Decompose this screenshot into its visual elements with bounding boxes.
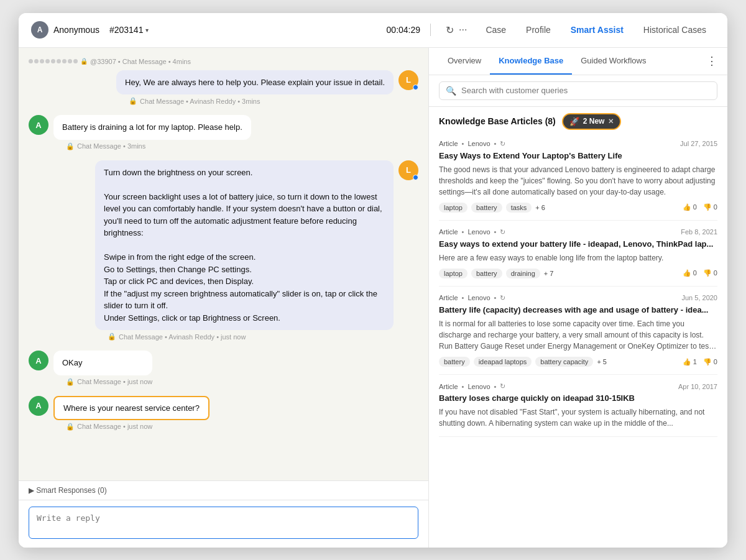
search-icon: 🔍 bbox=[446, 86, 456, 96]
tab-profile[interactable]: Profile bbox=[517, 20, 560, 40]
message-bubble: OKay bbox=[53, 351, 152, 375]
close-icon[interactable]: ✕ bbox=[608, 117, 614, 126]
tag[interactable]: draining bbox=[506, 269, 540, 278]
highlighted-message: Where is your nearest service center? bbox=[53, 396, 210, 420]
more-icon[interactable]: ··· bbox=[459, 24, 467, 35]
article-title: Easy Ways to Extend Your Laptop's Batter… bbox=[439, 150, 717, 162]
tag[interactable]: battery bbox=[439, 357, 470, 367]
message-bubble: Turn down the brightness on your screen.… bbox=[95, 160, 394, 331]
article-card[interactable]: Article • Lenovo • ↻ Jun 5, 2020 Battery… bbox=[439, 287, 717, 375]
tab-knowledge-base[interactable]: Knowledge Base bbox=[490, 48, 572, 75]
message-meta: 🔒 Chat Message • Avinash Reddy • 3mins bbox=[111, 97, 398, 105]
message-meta: 🔒 Chat Message • just now bbox=[48, 378, 157, 386]
case-number[interactable]: #203141 ▾ bbox=[109, 25, 149, 35]
main-content: 🔒 @33907 • Chat Message • 4mins L Hey, W… bbox=[19, 48, 727, 548]
tab-historical-cases[interactable]: Historical Cases bbox=[635, 20, 715, 40]
refresh-icon[interactable]: ↻ bbox=[500, 294, 505, 302]
new-badge-label: 2 New bbox=[583, 117, 605, 126]
avatar: A bbox=[29, 396, 48, 416]
article-votes: 👍 0 👎 0 bbox=[683, 269, 717, 277]
tags-row: laptop battery draining + 7 👍 0 👎 0 bbox=[439, 269, 717, 278]
kb-title: Knowledge Base Articles (8) bbox=[439, 116, 556, 126]
tag[interactable]: tasks bbox=[506, 203, 532, 213]
article-card[interactable]: Article • Lenovo • ↻ Jul 27, 2015 Easy W… bbox=[439, 132, 717, 221]
message-bubble: Hey, We are always here to help you. Ple… bbox=[116, 70, 394, 95]
reply-box bbox=[19, 500, 428, 548]
avatar: L bbox=[398, 160, 418, 180]
tab-smart-assist[interactable]: Smart Assist bbox=[562, 20, 632, 40]
tab-overview[interactable]: Overview bbox=[439, 48, 490, 75]
tag-more: + 5 bbox=[597, 358, 607, 365]
articles-list: Article • Lenovo • ↻ Jul 27, 2015 Easy W… bbox=[429, 132, 727, 548]
first-meta-text: @33907 • Chat Message • 4mins bbox=[90, 58, 191, 65]
article-desc: It is normal for all batteries to lose s… bbox=[439, 318, 717, 352]
search-input[interactable] bbox=[461, 86, 711, 95]
upvote[interactable]: 👍 1 bbox=[683, 358, 697, 366]
search-bar: 🔍 bbox=[439, 81, 717, 100]
upvote[interactable]: 👍 0 bbox=[683, 203, 697, 211]
article-meta: Article • Lenovo • ↻ Jun 5, 2020 bbox=[439, 294, 717, 302]
message-meta: 🔒 Chat Message • 3mins bbox=[48, 142, 256, 150]
top-header: A Anonymous #203141 ▾ 00:04:29 ↻ ··· Cas… bbox=[19, 13, 727, 48]
msg-row: A OKay 🔒 Chat Message • just now bbox=[29, 351, 418, 386]
smart-responses[interactable]: ▶ Smart Responses (0) bbox=[19, 480, 428, 500]
tag[interactable]: laptop bbox=[439, 269, 467, 278]
message-meta: 🔒 Chat Message • just now bbox=[48, 423, 214, 431]
user-avatar: A bbox=[31, 21, 48, 39]
tag[interactable]: laptop bbox=[439, 203, 467, 213]
avatar: A bbox=[29, 351, 48, 370]
kb-header: Knowledge Base Articles (8) 🚀 2 New ✕ bbox=[429, 107, 727, 132]
lock-icon: 🔒 bbox=[129, 97, 137, 105]
downvote[interactable]: 👎 0 bbox=[703, 269, 717, 277]
message-meta: 🔒 Chat Message • Avinash Reddy • just no… bbox=[90, 333, 398, 341]
new-badge[interactable]: 🚀 2 New ✕ bbox=[562, 113, 622, 130]
article-title: Battery life (capacity) decreases with a… bbox=[439, 305, 717, 316]
divider bbox=[430, 24, 431, 36]
tags-row: battery ideapad laptops battery capacity… bbox=[439, 357, 717, 367]
msg-row: A Where is your nearest service center? … bbox=[29, 396, 418, 431]
lock-icon: 🔒 bbox=[66, 142, 75, 150]
article-card[interactable]: Article • Lenovo • ↻ Feb 8, 2021 Easy wa… bbox=[439, 221, 717, 287]
tag[interactable]: battery bbox=[471, 269, 502, 278]
chat-messages: 🔒 @33907 • Chat Message • 4mins L Hey, W… bbox=[19, 48, 428, 480]
tag[interactable]: battery bbox=[471, 203, 502, 213]
more-options-icon[interactable]: ⋮ bbox=[706, 54, 717, 68]
downvote[interactable]: 👎 0 bbox=[703, 358, 717, 366]
tag[interactable]: ideapad laptops bbox=[474, 357, 532, 367]
downvote[interactable]: 👎 0 bbox=[703, 203, 717, 211]
reply-input[interactable] bbox=[29, 507, 418, 539]
message-bubble: Battery is draining a lot for my laptop.… bbox=[53, 115, 251, 140]
chat-panel: 🔒 @33907 • Chat Message • 4mins L Hey, W… bbox=[19, 48, 429, 548]
article-title: Easy ways to extend your battery life - … bbox=[439, 239, 717, 250]
article-card[interactable]: Article • Lenovo • ↻ Apr 10, 2017 Batter… bbox=[439, 375, 717, 437]
user-name: Anonymous bbox=[53, 25, 99, 35]
tag-more: + 6 bbox=[535, 204, 545, 211]
tab-case[interactable]: Case bbox=[477, 20, 515, 40]
refresh-icon[interactable]: ↻ bbox=[500, 140, 505, 148]
article-votes: 👍 0 👎 0 bbox=[683, 203, 717, 211]
avatar: L bbox=[398, 70, 418, 90]
article-meta: Article • Lenovo • ↻ Jul 27, 2015 bbox=[439, 140, 717, 148]
tag-more: + 7 bbox=[544, 270, 554, 277]
article-votes: 👍 1 👎 0 bbox=[683, 358, 717, 366]
refresh-icon[interactable]: ↻ bbox=[500, 228, 505, 236]
article-meta: Article • Lenovo • ↻ Apr 10, 2017 bbox=[439, 382, 717, 390]
first-meta: 🔒 @33907 • Chat Message • 4mins bbox=[29, 58, 418, 65]
tags-row: laptop battery tasks + 6 👍 0 👎 0 bbox=[439, 203, 717, 213]
article-meta: Article • Lenovo • ↻ Feb 8, 2021 bbox=[439, 228, 717, 236]
msg-row: L Turn down the brightness on your scree… bbox=[29, 160, 418, 341]
upvote[interactable]: 👍 0 bbox=[683, 269, 697, 277]
msg-row: A Battery is draining a lot for my lapto… bbox=[29, 115, 418, 150]
lock-icon: 🔒 bbox=[108, 333, 116, 341]
avatar: A bbox=[29, 115, 48, 135]
lock-icon: 🔒 bbox=[66, 423, 75, 431]
article-desc: Here are a few easy ways to enable long … bbox=[439, 252, 717, 264]
refresh-icon[interactable]: ↻ bbox=[446, 24, 454, 36]
refresh-icon[interactable]: ↻ bbox=[500, 382, 505, 390]
lock-icon: 🔒 bbox=[66, 378, 75, 386]
article-title: Battery loses charge quickly on ideapad … bbox=[439, 393, 717, 404]
tag[interactable]: battery capacity bbox=[535, 357, 593, 367]
article-desc: If you have not disabled "Fast Start", y… bbox=[439, 406, 717, 429]
tab-guided-workflows[interactable]: Guided Workflows bbox=[572, 48, 655, 75]
search-bar-wrap: 🔍 bbox=[429, 75, 727, 107]
